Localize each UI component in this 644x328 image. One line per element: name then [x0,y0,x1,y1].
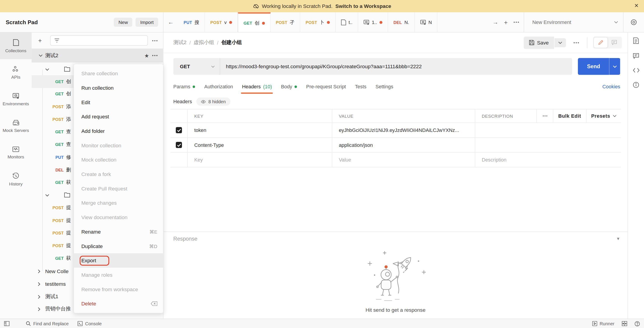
hidden-headers-toggle[interactable]: 8 hidden [196,97,230,106]
request-tab-settings[interactable]: Settings [376,81,393,93]
breadcrumb-folder[interactable]: 虚拟小组 [194,39,214,46]
find-replace-button[interactable]: Find and Replace [26,321,69,326]
menu-item-rename[interactable]: Rename⌘E [74,224,163,239]
tab-back-arrow-icon[interactable]: ← [163,13,178,32]
info-icon[interactable] [633,82,639,88]
sidebar-item-label: Collections [5,48,26,53]
sidebar-toggle-button[interactable] [4,321,10,326]
request-tab-pre-request-script[interactable]: Pre-request Script [306,81,346,93]
new-button[interactable]: New [114,18,132,27]
header-key-cell[interactable]: Content-Type [187,138,332,152]
collection-row-selected[interactable]: 测试2 ★ [32,49,163,63]
comments-icon[interactable] [633,53,639,59]
editor-tab[interactable]: 1.. [358,13,388,32]
method-label: PUT [184,20,192,25]
chevron-down-icon[interactable] [45,194,49,196]
sidebar-item-monitors[interactable]: Monitors [0,139,32,166]
menu-item-delete[interactable]: Delete [74,296,163,311]
response-divider[interactable] [163,231,628,232]
switch-workspace-link[interactable]: Switch to a Workspace [335,4,391,9]
header-description-cell[interactable] [475,138,621,152]
request-more-icon[interactable] [571,40,581,45]
send-dropdown-chevron-icon[interactable] [609,58,620,75]
save-dropdown-chevron-icon[interactable] [554,38,566,47]
checkbox-checked[interactable] [176,142,182,148]
request-tab-headers[interactable]: Headers(10) [242,81,272,93]
header-value-cell[interactable]: application/json [332,138,475,152]
runner-button[interactable]: Runner [592,321,614,326]
documentation-icon[interactable] [633,38,639,44]
banner-close-icon[interactable]: ✕ [634,3,639,9]
send-button[interactable]: Send [578,58,609,75]
editor-tab[interactable]: POSTv [205,13,238,32]
unsaved-dot-icon [262,22,265,25]
table-more-icon[interactable] [536,109,553,122]
collections-more-icon[interactable] [150,38,160,43]
description-placeholder[interactable]: Description [475,152,621,167]
menu-item-duplicate[interactable]: Duplicate⌘D [74,239,163,253]
chevron-right-icon[interactable] [38,294,40,299]
sidebar-item-collections[interactable]: Collections [0,33,32,59]
breadcrumb-collection[interactable]: 测试2 [173,39,186,46]
header-key-cell[interactable]: token [187,123,332,137]
modified-dot-icon [295,86,297,88]
edit-mode-button[interactable] [594,38,608,48]
menu-item-add-folder[interactable]: Add folder [74,124,163,138]
sidebar-item-label: History [9,181,22,186]
request-tab-params[interactable]: Params [173,81,195,93]
editor-tab[interactable]: DELN. [388,13,415,32]
request-tab-body[interactable]: Body [281,81,297,93]
sidebar-item-history[interactable]: History [0,166,32,193]
method-selector[interactable]: GET [173,58,220,75]
menu-item-run-collection[interactable]: Run collection [74,81,163,95]
environment-quick-look-button[interactable] [623,13,644,32]
url-input[interactable]: https://mood3-fengroup-test.com/groupapi… [220,64,572,69]
checkbox-checked[interactable] [176,127,182,133]
presets-dropdown[interactable]: Presets [586,109,621,122]
import-button[interactable]: Import [136,18,158,27]
split-pane-icon[interactable] [622,321,627,326]
console-button[interactable]: Console [78,321,102,326]
code-icon[interactable] [633,68,639,73]
editor-tab[interactable]: PUT搜 [178,13,205,32]
tab-more-icon[interactable] [511,20,521,25]
chevron-down-icon[interactable] [45,68,49,71]
sidebar-item-apis[interactable]: APIs [0,59,32,86]
header-description-cell[interactable] [475,123,621,137]
environment-selector[interactable]: New Environment [524,13,623,32]
request-tab-tests[interactable]: Tests [355,81,366,93]
sidebar-item-environments[interactable]: Environments [0,86,32,113]
chevron-right-icon[interactable] [38,307,40,311]
response-collapse-icon[interactable]: ▼ [616,236,620,241]
menu-item-edit[interactable]: Edit [74,95,163,109]
star-icon[interactable]: ★ [144,52,149,59]
editor-tab[interactable]: t.. [335,13,358,32]
tab-forward-arrow-icon[interactable]: → [490,17,500,28]
menu-item-add-request[interactable]: Add request [74,109,163,124]
chevron-down-icon[interactable] [38,54,43,57]
add-collection-plus-icon[interactable]: + [38,37,42,44]
comment-mode-button[interactable] [608,38,621,48]
save-button[interactable]: Save [524,36,554,49]
help-icon[interactable] [634,321,640,326]
editor-tab[interactable]: POST卜 [300,13,336,32]
new-tab-plus-icon[interactable]: + [502,17,510,28]
editor-tab[interactable]: POST孑 [270,13,300,32]
menu-item-export[interactable]: Export [74,253,163,268]
menu-item-label: Merge changes [81,200,117,206]
collection-more-icon[interactable] [150,53,160,58]
header-row-new: KeyValueDescription [170,152,621,167]
editor-tab-active[interactable]: GET创 [238,13,270,32]
cookies-link[interactable]: Cookies [602,84,620,90]
request-tab-authorization[interactable]: Authorization [204,81,233,93]
chevron-right-icon[interactable] [38,269,40,273]
bulk-edit-button[interactable]: Bulk Edit [553,109,586,122]
filter-input[interactable] [50,36,148,46]
editor-tab[interactable]: N [415,13,438,32]
sidebar-item-mock-servers[interactable]: Mock Servers [0,113,32,139]
key-placeholder[interactable]: Key [187,152,332,167]
chevron-right-icon[interactable] [38,282,40,286]
value-placeholder[interactable]: Value [332,152,475,167]
breadcrumb-request[interactable]: 创建小组 [221,39,242,46]
header-value-cell[interactable]: eyJhbGciOiJIUzI1NiJ9.eyJzdWIiOiI4NDAiLCJ… [332,123,475,137]
